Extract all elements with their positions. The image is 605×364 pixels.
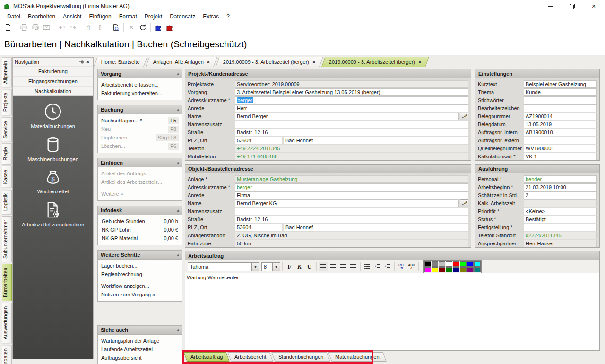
collapse-icon[interactable]: ▴ xyxy=(177,158,179,167)
signature-button[interactable] xyxy=(460,113,468,120)
bottom-tab-arbeitsauftrag[interactable]: Arbeitsauftrag xyxy=(183,352,230,362)
menu-item-bearbeiten[interactable]: Bearbeiten xyxy=(24,12,59,21)
tab-close-icon[interactable]: × xyxy=(207,59,210,65)
color-swatch[interactable] xyxy=(446,267,452,272)
collapse-icon[interactable]: ▴ xyxy=(177,251,179,259)
module-tab-subunternehmer[interactable]: Subunternehmer xyxy=(2,216,12,262)
puzzle-red-icon[interactable] xyxy=(164,22,175,33)
underline-button[interactable]: U xyxy=(304,262,314,271)
font-size-select[interactable]: 8 ▼ xyxy=(261,262,280,271)
tab-close-icon[interactable]: × xyxy=(312,59,315,65)
task-link-laufendearbeitszette[interactable]: Laufende Arbeitszettel xyxy=(98,345,182,354)
document-tab-0[interactable]: Home: Startseite xyxy=(94,57,147,67)
document-tab-1[interactable]: Anlagen: Alle Anlagen× xyxy=(146,57,217,67)
spellcheck-button[interactable]: ABC✓ xyxy=(406,262,416,271)
color-swatch[interactable] xyxy=(474,267,481,272)
field-plzort-ort[interactable]: Bad Honnef xyxy=(284,137,468,144)
field-schtzzeitinstd[interactable]: 2 xyxy=(524,191,597,199)
color-swatch[interactable] xyxy=(446,261,452,267)
collapse-icon[interactable]: ▴ xyxy=(177,105,179,114)
color-swatch[interactable] xyxy=(467,267,474,272)
module-tab-logistik[interactable]: Logistik xyxy=(2,190,12,215)
field-kurztext[interactable]: Beispiel einer Gasheizung xyxy=(524,80,597,88)
indent-button[interactable] xyxy=(382,262,392,271)
menu-item-einfgen[interactable]: Einfügen xyxy=(85,12,115,21)
color-swatch[interactable] xyxy=(467,261,474,267)
task-link-auftragsbersicht[interactable]: Auftragsübersicht xyxy=(98,354,182,362)
field-auftragsnrintern[interactable]: AB1900010 xyxy=(524,129,597,136)
field-bearbeiterzeichen[interactable] xyxy=(524,104,597,112)
task-link-nachschlagen[interactable]: Nachschlagen... *F5 xyxy=(98,116,182,125)
module-tab-auswertungen[interactable]: Auswertungen xyxy=(2,303,12,343)
field-belegdatum[interactable]: 13.05.2019 xyxy=(524,121,597,128)
module-tab-kasse[interactable]: Kasse xyxy=(2,166,12,188)
module-tab-service[interactable]: Service xyxy=(2,117,12,142)
field-status[interactable]: Bestätigt xyxy=(524,216,597,223)
document-search-icon[interactable] xyxy=(110,22,121,33)
field-kalkulationsart[interactable]: VK 1 xyxy=(524,153,597,160)
field-plzort-ort[interactable]: Bad Honnef xyxy=(284,224,468,231)
menu-item-[interactable]: ? xyxy=(223,12,233,21)
color-swatch[interactable] xyxy=(424,267,431,272)
color-swatch[interactable] xyxy=(460,267,467,272)
align-left-button[interactable] xyxy=(319,262,328,271)
color-swatch[interactable] xyxy=(439,261,445,267)
nav-link-eingangsrechnungen[interactable]: Eingangsrechnungen xyxy=(13,76,93,86)
field-namenszusatz[interactable] xyxy=(235,208,468,215)
field-name[interactable]: Bernd Berger KG xyxy=(235,199,459,207)
outdent-button[interactable] xyxy=(372,262,382,271)
module-tab-allgemein[interactable]: Allgemein xyxy=(2,57,12,87)
module-tab-büroarbeiten[interactable]: Büroarbeiten xyxy=(2,264,12,301)
field-adresskurzname[interactable]: berger xyxy=(235,183,468,191)
collapse-icon[interactable]: ▴ xyxy=(177,326,179,334)
field-fertigstellung[interactable] xyxy=(524,224,597,231)
module-tab-projekte[interactable]: Projekte xyxy=(2,89,12,115)
task-link-wartungsplanderanlag[interactable]: Wartungsplan der Anlage xyxy=(98,337,182,345)
nav-tool-money-bag[interactable]: $Wochenzettel xyxy=(37,168,69,194)
task-link-fakturierungvorberei[interactable]: Fakturierung vorbereiten... xyxy=(98,89,182,97)
chevron-down-icon[interactable]: ▼ xyxy=(251,263,259,271)
field-adresskurzname[interactable]: berger xyxy=(235,96,468,104)
color-swatch[interactable] xyxy=(453,267,459,272)
field-anrede[interactable]: Firma xyxy=(235,191,468,199)
task-link-artikelsuchliste[interactable]: Artikelsuchliste xyxy=(98,362,182,364)
puzzle-blue-icon[interactable] xyxy=(153,22,164,33)
nav-tool-document-gear[interactable]: Arbeitszettel zurückmelden xyxy=(22,200,84,227)
field-thema[interactable]: Kunde xyxy=(524,88,597,96)
task-link-arbeitsberichterfass[interactable]: Arbeitsbericht erfassen... xyxy=(98,80,182,89)
nav-link-fakturierung[interactable]: Fakturierung xyxy=(13,66,93,76)
color-swatch[interactable] xyxy=(460,261,467,267)
field-stichwrter[interactable] xyxy=(524,96,597,104)
editor-text-area[interactable]: Wartung Wärmecenter xyxy=(185,273,599,350)
field-quellbelegnummer[interactable]: WV1900001 xyxy=(524,145,597,152)
collapse-icon[interactable]: ▴ xyxy=(177,69,179,78)
nav-link-nachkalkulation[interactable]: Nachkalkulation xyxy=(13,86,93,96)
nav-tool-clock[interactable]: Materialbuchungen xyxy=(31,102,75,129)
task-link-lagerbuchen[interactable]: Lager buchen... xyxy=(98,261,182,270)
bottom-tab-materialbuchungen[interactable]: Materialbuchungen xyxy=(328,352,387,362)
color-swatch[interactable] xyxy=(474,261,481,267)
bullet-list-button[interactable] xyxy=(363,262,372,271)
font-select[interactable]: Tahoma ▼ xyxy=(188,262,259,271)
nav-tool-cylinder[interactable]: Maschinenbuchungen xyxy=(27,135,78,162)
menu-item-datensatz[interactable]: Datensatz xyxy=(166,12,199,21)
color-swatch[interactable] xyxy=(432,267,438,272)
field-auftragsnrextern[interactable] xyxy=(524,137,597,144)
tab-close-icon[interactable]: × xyxy=(418,59,421,65)
module-tab-stammdaten[interactable]: Stammdaten xyxy=(2,345,12,364)
color-swatch[interactable] xyxy=(424,261,431,267)
justify-button[interactable] xyxy=(348,262,358,271)
menu-item-datei[interactable]: Datei xyxy=(3,12,24,21)
new-document-icon[interactable] xyxy=(2,22,14,33)
pin-icon[interactable] xyxy=(78,59,85,65)
task-link-workflowanzeigen[interactable]: Workflow anzeigen... xyxy=(98,282,182,290)
minimize-icon[interactable] xyxy=(539,0,561,12)
align-right-button[interactable] xyxy=(338,262,348,271)
bottom-tab-stundenbuchungen[interactable]: Stundenbuchungen xyxy=(271,352,330,362)
field-anrede[interactable]: Herr xyxy=(235,104,468,112)
field-personal[interactable]: bender xyxy=(524,175,597,183)
color-swatch[interactable] xyxy=(439,267,445,272)
align-center-button[interactable] xyxy=(328,262,338,271)
menu-item-format[interactable]: Format xyxy=(115,12,141,21)
field-name[interactable]: Bernd Berger xyxy=(235,113,459,120)
